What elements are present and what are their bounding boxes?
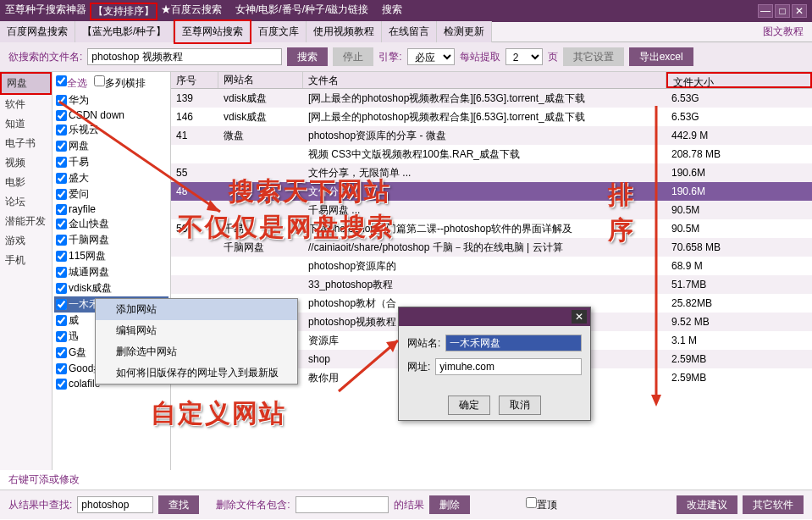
baidu-cloud[interactable]: ★百度云搜索 [161,3,222,20]
table-row[interactable]: photoshop资源库的68.9 M [171,257,812,275]
dlg-name-label: 网站名: [407,336,440,351]
del-label: 删除文件名包含: [216,498,290,512]
filter-input[interactable] [77,496,153,513]
tab-3[interactable]: 百度文库 [251,21,307,42]
category-item[interactable]: 网盘 [0,72,52,95]
site-item[interactable]: 盛大 [54,170,168,186]
site-item[interactable]: 网盘 [54,138,168,154]
app-title: 至尊种子搜索神器 [5,3,86,20]
category-list: 网盘软件知道电子书视频电影论坛潜能开发游戏手机 [0,72,52,470]
category-item[interactable]: 知道 [0,114,52,134]
table-row[interactable]: 55文件分享，无限简单 ...190.6M [171,163,812,182]
category-item[interactable]: 论坛 [0,192,52,212]
context-menu: 添加网站编辑网站删除选中网站如何将旧版保存的网址导入到最新版 [95,298,298,384]
per-select[interactable]: 2 [505,48,543,65]
site-item[interactable]: rayfile [54,202,168,216]
site-item[interactable]: 金山快盘 [54,216,168,232]
table-row[interactable]: 千易网盘 ...90.5M [171,201,812,219]
category-item[interactable]: 手机 [0,251,52,270]
ctx-item[interactable]: 如何将旧版保存的网址导入到最新版 [96,362,297,384]
tab-4[interactable]: 使用视频教程 [307,21,382,42]
site-list: 全选 多列横排 华为CSDN down乐视云网盘千易盛大爱问rayfile金山快… [52,72,171,470]
site-item[interactable]: CSDN down [54,108,168,122]
site-item[interactable]: 115网盘 [54,248,168,264]
stop-button[interactable]: 停止 [333,47,373,66]
col-site[interactable]: 网站名 [218,72,303,88]
site-item[interactable]: 千易 [54,154,168,170]
site-item[interactable]: vdisk威盘 [54,280,168,296]
engine-label: 引擎: [378,50,401,64]
filter-label: 从结果中查找: [8,498,72,512]
multi-col[interactable]: 多列横排 [94,75,146,91]
suggest-button[interactable]: 改进建议 [677,495,737,514]
ctx-item[interactable]: 添加网站 [96,299,297,320]
table-row[interactable]: 千脑网盘//cainiaoit/share/photoshop 千脑－我的在线电… [171,238,812,257]
find-button[interactable]: 查找 [158,495,199,514]
dlg-cancel[interactable]: 取消 [499,396,541,415]
per-label: 每站提取 [460,50,500,64]
other-button[interactable]: 其它软件 [743,495,804,514]
del-suffix: 的结果 [394,498,424,512]
engine-select[interactable]: 必应 [407,48,455,65]
table-row[interactable]: 139vdisk威盘[网上最全的photoshop视频教程合集][6.53G].… [171,89,812,108]
site-item[interactable]: 城通网盘 [54,264,168,280]
tab-1[interactable]: 【蓝光电影/种子】 [75,21,174,42]
ctx-item[interactable]: 编辑网站 [96,320,297,341]
category-item[interactable]: 潜能开发 [0,212,52,231]
titlebar: 至尊种子搜索神器 【支持排序】 ★百度云搜索 女神/电影/番号/种子/磁力链接 … [0,0,812,22]
search-button[interactable]: 搜索 [287,47,328,66]
tab-tutorial[interactable]: 图文教程 [754,21,812,42]
hint-text: 右键可添或修改 [0,470,812,490]
category-item[interactable]: 电影 [0,173,52,192]
main-tabs: 百度网盘搜索【蓝光电影/种子】至尊网站搜索百度文库使用视频教程在线留言检测更新图… [0,22,812,42]
col-name[interactable]: 文件名 [303,72,666,88]
export-button[interactable]: 导出excel [629,47,693,66]
nav-links[interactable]: 女神/电影/番号/种子/磁力链接 [235,3,368,20]
search-input[interactable] [87,48,282,65]
select-all[interactable]: 全选 [56,75,87,91]
tab-6[interactable]: 检测更新 [437,21,492,42]
category-item[interactable]: 视频 [0,153,52,173]
tab-2[interactable]: 至尊网站搜索 [174,19,251,44]
category-item[interactable]: 软件 [0,95,52,114]
page-label: 页 [548,50,558,64]
maximize-button[interactable]: □ [775,4,790,18]
add-site-dialog: ✕ 网站名: 网址: 确定 取消 [398,307,591,421]
table-row[interactable]: 33_photoshop教程51.7MB [171,275,812,294]
table-row[interactable]: 146vdisk威盘[网上最全的photoshop视频教程合集][6.53G].… [171,108,812,126]
site-item[interactable]: 爱问 [54,186,168,202]
del-input[interactable] [296,496,389,513]
table-row[interactable]: 视频 CS3中文版视频教程100集.RAR_威盘下载208.78 MB [171,145,812,163]
table-row[interactable]: 48文件分享 ...190.6M [171,182,812,201]
pin-check[interactable]: 置顶 [526,497,557,512]
col-size[interactable]: 文件大小 [666,72,812,88]
search-bar: 欲搜索的文件名: 搜索 停止 引擎: 必应 每站提取 2 页 其它设置 导出ex… [0,42,812,72]
col-seq[interactable]: 序号 [171,72,218,88]
nav-search[interactable]: 搜索 [382,3,402,20]
delete-button[interactable]: 删除 [429,495,470,514]
site-item[interactable]: 千脑网盘 [54,232,168,248]
filter-bar: 从结果中查找: 查找 删除文件名包含: 的结果 删除 置顶 改进建议 其它软件 [0,490,812,519]
tab-0[interactable]: 百度网盘搜索 [0,21,75,42]
config-button[interactable]: 其它设置 [563,47,624,66]
site-item[interactable]: 乐视云 [54,122,168,138]
category-item[interactable]: 电子书 [0,134,52,153]
close-button[interactable]: ✕ [792,4,807,18]
tab-5[interactable]: 在线留言 [382,21,437,42]
ctx-item[interactable]: 删除选中网站 [96,341,297,362]
table-row[interactable]: 50千易下载photoshop入门篇第二课--photoshop软件的界面详解及… [171,219,812,238]
category-item[interactable]: 游戏 [0,231,52,251]
site-item[interactable]: 华为 [54,92,168,108]
minimize-button[interactable]: — [758,4,773,18]
dlg-ok[interactable]: 确定 [448,396,490,415]
dialog-close[interactable]: ✕ [572,310,587,324]
table-row[interactable]: 41微盘photoshop资源库的分享 - 微盘442.9 M [171,126,812,145]
dlg-url-input[interactable] [435,358,582,375]
dlg-url-label: 网址: [407,360,430,374]
search-label: 欲搜索的文件名: [8,50,82,64]
support-sort: 【支持排序】 [90,3,157,20]
dlg-name-input[interactable] [445,335,582,351]
